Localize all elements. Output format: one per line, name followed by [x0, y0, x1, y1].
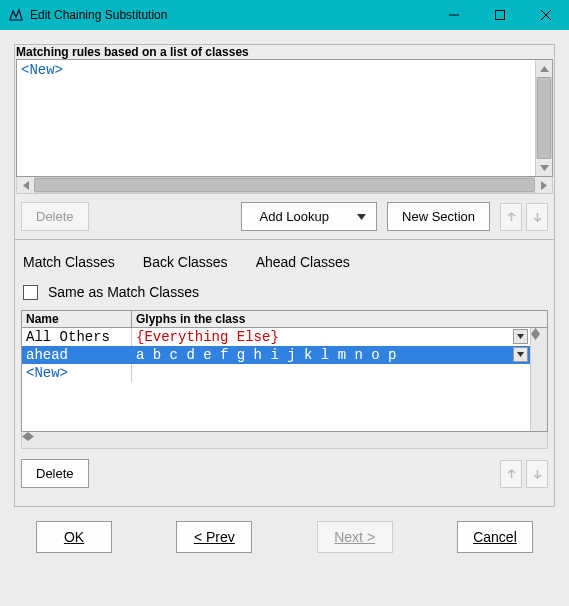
rules-horizontal-scrollbar[interactable]: [16, 177, 553, 194]
svg-rect-0: [8, 7, 24, 23]
title-bar: Edit Chaining Substitution: [0, 0, 569, 30]
close-button[interactable]: [523, 0, 569, 30]
row-glyphs[interactable]: a b c d e f g h i j k l m n o p: [132, 346, 530, 364]
chevron-down-icon[interactable]: [513, 329, 528, 344]
scroll-right-icon[interactable]: [535, 177, 552, 193]
svg-marker-16: [531, 334, 540, 340]
add-lookup-dropdown[interactable]: Add Lookup: [241, 202, 377, 231]
class-tabs: Match Classes Back Classes Ahead Classes: [15, 240, 554, 280]
same-as-match-label: Same as Match Classes: [48, 284, 199, 300]
svg-marker-13: [517, 334, 524, 339]
class-delete-button[interactable]: Delete: [21, 459, 89, 488]
column-header-name[interactable]: Name: [22, 311, 132, 327]
new-section-button[interactable]: New Section: [387, 202, 490, 231]
move-down-button[interactable]: [526, 460, 548, 488]
dialog-footer: OK < Prev Next > Cancel: [14, 507, 555, 569]
table-row[interactable]: All Others{Everything Else}: [22, 328, 530, 346]
chevron-down-icon[interactable]: [513, 347, 528, 362]
scroll-right-icon[interactable]: [28, 432, 34, 448]
same-as-match-checkbox[interactable]: [23, 285, 38, 300]
rules-list[interactable]: <New>: [16, 59, 553, 177]
scroll-down-icon[interactable]: [531, 334, 547, 340]
window-title: Edit Chaining Substitution: [30, 8, 431, 22]
rules-delete-button[interactable]: Delete: [21, 202, 89, 231]
class-table-horizontal-scrollbar[interactable]: [21, 432, 548, 449]
row-glyphs[interactable]: [132, 364, 530, 382]
cancel-button[interactable]: Cancel: [457, 521, 533, 553]
scroll-left-icon[interactable]: [17, 177, 34, 193]
table-row[interactable]: <New>: [22, 364, 530, 382]
chevron-down-icon: [357, 214, 366, 220]
maximize-button[interactable]: [477, 0, 523, 30]
rules-new-item[interactable]: <New>: [21, 62, 63, 78]
svg-marker-9: [541, 181, 547, 190]
row-name[interactable]: ahead: [22, 346, 132, 364]
tab-back-classes[interactable]: Back Classes: [143, 254, 228, 270]
class-reorder-controls: [500, 460, 548, 488]
row-name[interactable]: <New>: [22, 364, 132, 382]
add-lookup-label: Add Lookup: [260, 209, 329, 224]
rules-reorder-controls: [500, 203, 548, 231]
rules-section-label: Matching rules based on a list of classe…: [15, 45, 250, 59]
svg-marker-8: [23, 181, 29, 190]
main-panel: Matching rules based on a list of classe…: [14, 44, 555, 507]
next-button[interactable]: Next >: [317, 521, 393, 553]
prev-button[interactable]: < Prev: [176, 521, 252, 553]
ok-button[interactable]: OK: [36, 521, 112, 553]
rules-vertical-scrollbar[interactable]: [535, 60, 552, 176]
move-up-button[interactable]: [500, 460, 522, 488]
tab-ahead-classes[interactable]: Ahead Classes: [256, 254, 350, 270]
class-table: Name Glyphs in the class All Others{Ever…: [21, 310, 548, 432]
app-icon: [8, 7, 24, 23]
scroll-up-icon[interactable]: [536, 60, 552, 77]
svg-marker-14: [517, 352, 524, 357]
svg-marker-7: [540, 165, 549, 171]
table-row[interactable]: aheada b c d e f g h i j k l m n o p: [22, 346, 530, 364]
svg-rect-3: [496, 11, 505, 20]
tab-match-classes[interactable]: Match Classes: [23, 254, 115, 270]
minimize-button[interactable]: [431, 0, 477, 30]
column-header-glyphs[interactable]: Glyphs in the class: [132, 311, 547, 327]
class-table-vertical-scrollbar[interactable]: [530, 328, 547, 431]
svg-marker-6: [540, 66, 549, 72]
svg-marker-10: [357, 214, 366, 220]
row-glyphs[interactable]: {Everything Else}: [132, 328, 530, 346]
svg-marker-18: [28, 432, 34, 441]
move-up-button[interactable]: [500, 203, 522, 231]
scroll-down-icon[interactable]: [536, 159, 552, 176]
row-name[interactable]: All Others: [22, 328, 132, 346]
move-down-button[interactable]: [526, 203, 548, 231]
